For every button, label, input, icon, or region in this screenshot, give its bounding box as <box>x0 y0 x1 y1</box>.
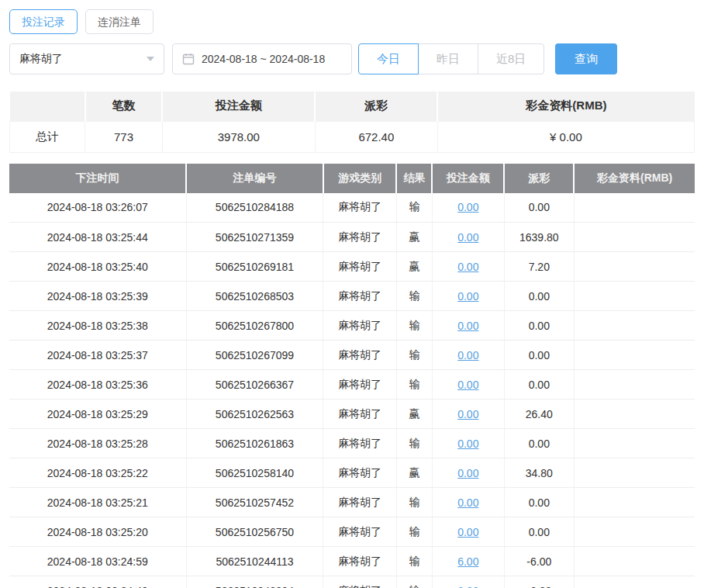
table-row: 2024-08-18 03:25:28 5062510261863 麻将胡了 输… <box>9 429 695 458</box>
cell-result: 赢 <box>396 399 432 429</box>
cell-payout: 0.00 <box>504 488 574 517</box>
summary-header-bet-amount: 投注金额 <box>162 92 315 121</box>
cell-game: 麻将胡了 <box>323 429 397 458</box>
cell-bonus <box>574 458 695 488</box>
bet-amount-link[interactable]: 0.00 <box>457 408 478 420</box>
table-row: 2024-08-18 03:25:29 5062510262563 麻将胡了 赢… <box>9 399 695 429</box>
cell-payout: 0.00 <box>504 282 574 311</box>
bet-amount-link[interactable]: 0.00 <box>457 349 478 361</box>
table-row: 2024-08-18 03:24:49 5062510243094 麻将胡了 输… <box>9 576 695 588</box>
quick-today-button[interactable]: 今日 <box>358 43 419 74</box>
cell-time: 2024-08-18 03:25:36 <box>9 370 186 399</box>
summary-total-label: 总计 <box>10 121 85 152</box>
cell-result: 输 <box>396 341 432 370</box>
cell-payout: -6.00 <box>504 547 574 576</box>
cell-game: 麻将胡了 <box>323 576 397 588</box>
cell-bonus <box>574 223 695 252</box>
cell-time: 2024-08-18 03:25:38 <box>9 311 186 341</box>
bet-amount-link[interactable]: 0.00 <box>457 379 478 391</box>
cell-bet: 0.00 <box>432 311 504 341</box>
filter-bar: 麻将胡了 2024-08-18 ~ 2024-08-18 今日 昨日 近8日 查… <box>9 43 695 74</box>
date-range-value: 2024-08-18 ~ 2024-08-18 <box>202 53 325 65</box>
table-row: 2024-08-18 03:25:36 5062510266367 麻将胡了 输… <box>9 370 695 399</box>
bet-amount-link[interactable]: 0.00 <box>457 467 478 479</box>
tab-cascading-bets[interactable]: 连消注单 <box>85 9 154 34</box>
summary-total-count: 773 <box>85 121 163 152</box>
cell-bonus <box>574 517 695 547</box>
cell-result: 输 <box>396 193 432 223</box>
cell-bonus <box>574 547 695 576</box>
cell-time: 2024-08-18 03:24:59 <box>9 547 186 576</box>
cell-game: 麻将胡了 <box>323 193 397 223</box>
records-body: 2024-08-18 03:26:07 5062510284188 麻将胡了 输… <box>9 193 695 588</box>
cell-bonus <box>574 311 695 341</box>
summary-total-payout: 672.40 <box>315 121 437 152</box>
cell-bonus <box>574 341 695 370</box>
cell-result: 输 <box>396 429 432 458</box>
quick-range-group: 今日 昨日 近8日 <box>358 43 544 74</box>
bet-amount-link[interactable]: 6.00 <box>457 555 478 568</box>
summary-table: 笔数 投注金额 派彩 彩金资料(RMB) 总计 773 3978.00 672.… <box>9 92 695 153</box>
cell-time: 2024-08-18 03:24:49 <box>9 576 186 588</box>
bet-amount-link[interactable]: 0.00 <box>457 496 478 509</box>
cell-order-id: 5062510266367 <box>186 370 323 399</box>
bet-amount-link[interactable]: 0.00 <box>457 201 478 213</box>
cell-bet: 0.00 <box>432 517 504 547</box>
records-header-row: 下注时间 注单编号 游戏类别 结果 投注金额 派彩 彩金资料(RMB) <box>9 164 695 193</box>
date-range-picker[interactable]: 2024-08-18 ~ 2024-08-18 <box>172 43 352 74</box>
cell-game: 麻将胡了 <box>323 488 397 517</box>
cell-bet: 6.00 <box>432 547 504 576</box>
cell-time: 2024-08-18 03:25:40 <box>9 252 186 282</box>
cell-payout: -6.00 <box>504 576 574 588</box>
cell-time: 2024-08-18 03:25:20 <box>9 517 186 547</box>
summary-total-bet-amount: 3978.00 <box>162 121 315 152</box>
cell-result: 输 <box>396 488 432 517</box>
cell-result: 输 <box>396 282 432 311</box>
cell-order-id: 5062510269181 <box>186 252 323 282</box>
bet-amount-link[interactable]: 0.00 <box>457 438 478 450</box>
quick-last8days-button[interactable]: 近8日 <box>478 43 544 74</box>
bet-amount-link[interactable]: 6.00 <box>457 585 478 588</box>
cell-order-id: 5062510262563 <box>186 399 323 429</box>
cell-payout: 0.00 <box>504 193 574 223</box>
bet-amount-link[interactable]: 0.00 <box>457 290 478 303</box>
cell-game: 麻将胡了 <box>323 223 397 252</box>
cell-order-id: 5062510244113 <box>186 547 323 576</box>
cell-bet: 0.00 <box>432 399 504 429</box>
cell-time: 2024-08-18 03:25:44 <box>9 223 186 252</box>
bet-amount-link[interactable]: 0.00 <box>457 320 478 332</box>
cell-order-id: 5062510271359 <box>186 223 323 252</box>
header-bonus: 彩金资料(RMB) <box>574 164 695 193</box>
cell-game: 麻将胡了 <box>323 370 397 399</box>
records-table: 下注时间 注单编号 游戏类别 结果 投注金额 派彩 彩金资料(RMB) 2024… <box>9 164 695 588</box>
cell-order-id: 5062510268503 <box>186 282 323 311</box>
quick-yesterday-button[interactable]: 昨日 <box>418 43 478 74</box>
summary-header-count: 笔数 <box>85 92 163 121</box>
cell-game: 麻将胡了 <box>323 282 397 311</box>
search-button[interactable]: 查询 <box>555 43 617 74</box>
header-bet-time: 下注时间 <box>9 164 186 193</box>
top-tabs: 投注记录 连消注单 <box>9 9 695 34</box>
cell-bonus <box>574 488 695 517</box>
cell-order-id: 5062510243094 <box>186 576 323 588</box>
cell-payout: 0.00 <box>504 311 574 341</box>
cell-bet: 0.00 <box>432 370 504 399</box>
summary-header-row: 笔数 投注金额 派彩 彩金资料(RMB) <box>10 92 695 121</box>
cell-bet: 0.00 <box>432 252 504 282</box>
tab-betting-records[interactable]: 投注记录 <box>9 9 78 34</box>
table-row: 2024-08-18 03:25:21 5062510257452 麻将胡了 输… <box>9 488 695 517</box>
bet-amount-link[interactable]: 0.00 <box>457 231 478 244</box>
game-select[interactable]: 麻将胡了 <box>9 43 164 74</box>
cell-bet: 0.00 <box>432 223 504 252</box>
table-row: 2024-08-18 03:25:37 5062510267099 麻将胡了 输… <box>9 341 695 370</box>
cell-time: 2024-08-18 03:25:28 <box>9 429 186 458</box>
summary-header-bonus: 彩金资料(RMB) <box>437 92 694 121</box>
cell-game: 麻将胡了 <box>323 311 397 341</box>
cell-payout: 34.80 <box>504 458 574 488</box>
summary-header-blank <box>10 92 85 121</box>
cell-result: 输 <box>396 547 432 576</box>
cell-game: 麻将胡了 <box>323 547 397 576</box>
bet-amount-link[interactable]: 0.00 <box>457 261 478 273</box>
bet-amount-link[interactable]: 0.00 <box>457 526 478 538</box>
cell-bet: 0.00 <box>432 458 504 488</box>
